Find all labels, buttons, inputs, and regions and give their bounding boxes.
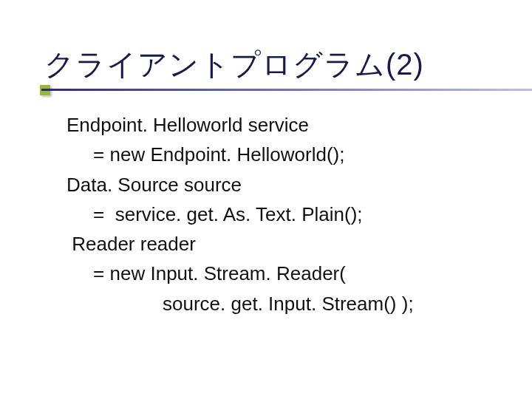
code-line: = new Input. Stream. Reader( [66,259,502,288]
code-line: = service. get. As. Text. Plain(); [66,200,502,229]
slide: クライアントプログラム(2) Endpoint. Helloworld serv… [0,0,532,399]
title-text: クライアントプログラム(2) [44,48,424,81]
code-line: source. get. Input. Stream() ); [66,289,502,318]
code-line: Endpoint. Helloworld service [66,110,502,140]
code-block: Endpoint. Helloworld service = new Endpo… [44,110,502,318]
code-line: Data. Source source [66,170,502,200]
code-line: Reader reader [66,229,502,259]
slide-title: クライアントプログラム(2) [44,44,502,89]
code-line: = new Endpoint. Helloworld(); [66,140,502,169]
title-accent-square [40,85,50,95]
